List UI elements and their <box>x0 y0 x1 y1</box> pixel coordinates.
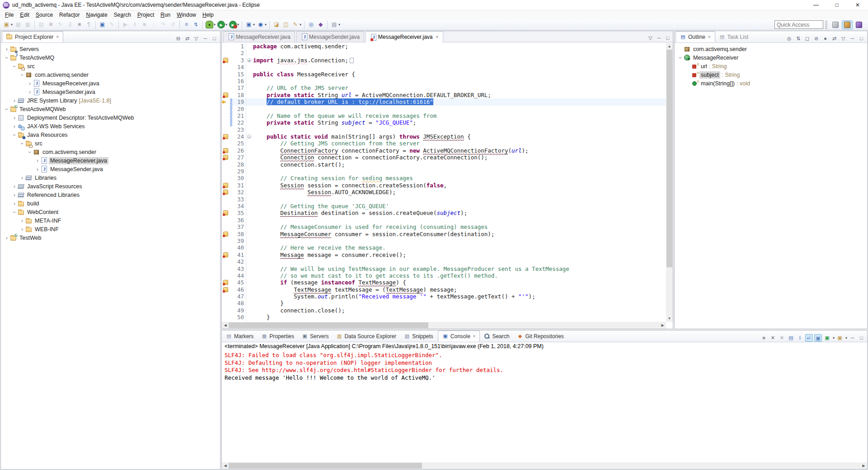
project-tree-item[interactable]: ›META-INF <box>1 216 220 225</box>
link-with-editor-icon[interactable]: ⇄ <box>830 35 838 42</box>
expand-arrow-icon[interactable]: › <box>34 166 41 172</box>
editor-line[interactable]: 2 <box>222 50 666 56</box>
open-web-browser-button[interactable]: ◎ <box>306 20 316 29</box>
scroll-right-arrow[interactable]: ▶ <box>659 322 666 329</box>
dropdown-arrow-icon[interactable]: ▾ <box>338 23 340 27</box>
project-tree-item[interactable]: ›Referenced Libraries <box>1 191 220 199</box>
editor-line[interactable]: 26 ConnectionFactory connectionFactory =… <box>222 147 666 154</box>
hide-fields-icon[interactable]: ◻ <box>803 35 811 42</box>
editor-line[interactable]: 41 Message message = consumer.receive(); <box>222 251 666 258</box>
editor-line[interactable]: 36 <box>222 217 666 223</box>
editor-line[interactable]: 17 // URL of the JMS server <box>222 84 666 91</box>
editor-line[interactable]: 40 // Here we receive the message. <box>222 244 666 251</box>
view-menu-icon[interactable]: ▽ <box>840 35 847 42</box>
project-tree-item[interactable]: ›Deployment Descriptor: TestActiveMQWeb <box>1 113 220 122</box>
collapse-arrow-icon[interactable]: › <box>19 72 25 78</box>
editor-line[interactable]: 22 private static String subject = "JCG_… <box>222 119 666 126</box>
dropdown-arrow-icon[interactable]: ▾ <box>225 23 227 27</box>
scrollbar-thumb[interactable] <box>229 322 428 328</box>
editor-line[interactable]: 27 Connection connection = connectionFac… <box>222 154 666 161</box>
expand-arrow-icon[interactable]: › <box>27 80 33 87</box>
project-tree-item[interactable]: ›src <box>1 139 220 148</box>
maximize-icon[interactable]: □ <box>858 334 865 342</box>
import-files-button[interactable]: ◪ <box>272 20 281 29</box>
dropdown-arrow-icon[interactable]: ▾ <box>300 23 301 27</box>
editor-line[interactable]: 42 <box>222 258 666 265</box>
editor-line[interactable]: 49 connection.close(); <box>222 307 666 314</box>
new-ee-project-button[interactable]: ▣▾ <box>244 20 256 29</box>
maximize-icon[interactable]: □ <box>664 34 671 42</box>
hide-static-members-icon[interactable]: ⊘ <box>812 35 820 42</box>
menu-refactor[interactable]: Refactor <box>56 11 83 19</box>
editor-line[interactable]: 47 System.out.println("Received message … <box>222 293 666 300</box>
outline-tree-item[interactable]: main(String[]): void <box>675 79 867 88</box>
minimize-icon[interactable]: ─ <box>849 334 856 342</box>
collapse-arrow-icon[interactable]: › <box>677 55 684 61</box>
editor-line[interactable]: 19 // default broker URL is : tcp://loca… <box>222 98 666 105</box>
expand-arrow-icon[interactable]: › <box>11 200 18 207</box>
expand-arrow-icon[interactable]: › <box>11 183 18 190</box>
collapse-arrow-icon[interactable]: › <box>4 55 10 61</box>
tab-markers[interactable]: ▤Markers <box>222 330 257 342</box>
editor-tab-1[interactable]: MessageReceiver.java <box>223 31 295 42</box>
perspective-javaee-button[interactable] <box>842 20 853 29</box>
debug-button[interactable]: ●▾ <box>205 20 216 29</box>
collapse-arrow-icon[interactable]: › <box>4 106 10 112</box>
close-tab-icon[interactable]: ✕ <box>436 35 439 39</box>
minimize-icon[interactable]: ─ <box>849 35 856 42</box>
project-tree-item[interactable]: ›JRE System Library[JavaSE-1.8] <box>1 96 220 105</box>
new-web-component-button[interactable]: ◉▾ <box>256 20 267 29</box>
project-tree-item[interactable]: ›MessageReceiver.java <box>1 156 220 165</box>
collapse-arrow-icon[interactable]: › <box>11 63 18 70</box>
editor-line[interactable]: 44 // so we must cast to it to get acces… <box>222 272 666 279</box>
run-button[interactable]: ▶▾ <box>216 20 228 29</box>
menu-help[interactable]: Help <box>199 11 217 19</box>
expand-arrow-icon[interactable]: › <box>34 158 41 164</box>
close-view-icon[interactable]: ✕ <box>708 35 711 39</box>
outline-tree-item[interactable]: com.activemq.sender <box>675 45 867 53</box>
editor-line[interactable]: 31 Session session = connection.createSe… <box>222 182 666 189</box>
display-selected-console-icon[interactable]: ▣ <box>823 334 831 342</box>
editor-tab-3[interactable]: MessageReceiver.java✕ <box>366 31 443 42</box>
editor-line[interactable]: 14 <box>222 64 666 70</box>
view-menu-icon[interactable]: ▽ <box>192 35 200 42</box>
scroll-left-arrow[interactable]: ◀ <box>222 322 229 329</box>
project-tree-item[interactable]: ›com.activemq.sender <box>1 70 220 79</box>
editor-line[interactable]: 21 // Name of the queue we will receive … <box>222 112 666 119</box>
editor-line[interactable]: 24− public static void main(String[] arg… <box>222 133 666 140</box>
collapse-arrow-icon[interactable]: › <box>19 140 25 147</box>
editor-line[interactable]: 34 // Getting the queue 'JCG_QUEUE' <box>222 203 666 209</box>
remove-launch-icon[interactable]: ✕ <box>769 334 777 342</box>
close-view-icon[interactable]: ✕ <box>56 35 59 39</box>
scroll-lock-icon[interactable]: ⇩ <box>796 334 804 342</box>
project-tree-item[interactable]: ›JavaScript Resources <box>1 182 220 191</box>
scroll-down-arrow[interactable]: ▼ <box>666 315 673 322</box>
expand-arrow-icon[interactable]: › <box>11 192 18 198</box>
project-tree-item[interactable]: ›Libraries <box>1 173 220 182</box>
tab-properties[interactable]: ▦Properties <box>257 330 298 342</box>
quick-access-input[interactable] <box>774 20 823 29</box>
fold-collapse-icon[interactable]: − <box>247 135 251 139</box>
project-tree-item[interactable]: ›build <box>1 199 220 208</box>
console-horizontal-scrollbar[interactable]: ◀ ▶ <box>222 462 867 469</box>
editor-line[interactable]: 50 } <box>222 314 666 321</box>
tab-search[interactable]: Search <box>480 330 513 342</box>
dropdown-arrow-icon[interactable]: ▾ <box>833 336 835 340</box>
editor-line[interactable]: 46 TextMessage textMessage = (TextMessag… <box>222 286 666 293</box>
export-files-button[interactable]: ◫ <box>281 20 291 29</box>
editor-line[interactable]: 32 Session.AUTO_ACKNOWLEDGE); <box>222 189 666 195</box>
scroll-right-arrow[interactable]: ▶ <box>860 462 867 469</box>
dropdown-arrow-icon[interactable]: ▾ <box>845 336 847 340</box>
perspective-java-button[interactable] <box>854 20 864 29</box>
editor-tab-2[interactable]: MessageSender.java <box>296 31 364 42</box>
editor-line[interactable]: 45 if (message instanceof TextMessage) { <box>222 279 666 286</box>
menu-edit[interactable]: Edit <box>17 11 33 19</box>
editor-vertical-scrollbar[interactable]: ▲ ▼ <box>666 43 673 322</box>
maximize-icon[interactable]: □ <box>858 35 865 42</box>
clear-console-icon[interactable]: ▤ <box>787 334 795 342</box>
expand-arrow-icon[interactable]: › <box>11 98 18 104</box>
editor-horizontal-scrollbar[interactable]: ◀ ▶ <box>222 322 666 329</box>
editor-line[interactable]: 35 Destination destination = session.cre… <box>222 209 666 216</box>
maximize-window-button[interactable]: □ <box>826 0 847 10</box>
dropdown-arrow-icon[interactable]: ▾ <box>11 23 13 27</box>
